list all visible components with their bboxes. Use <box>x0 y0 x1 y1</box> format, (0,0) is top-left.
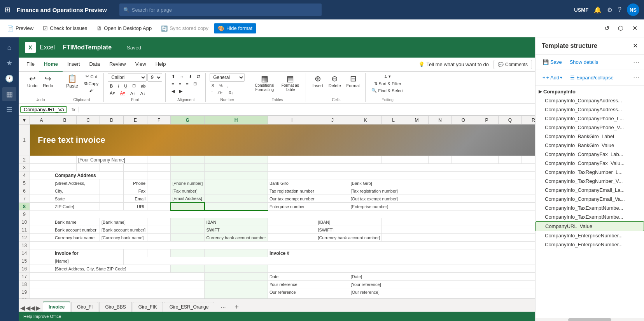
wrap-text-button[interactable]: ⇄ <box>195 73 202 80</box>
col-header-f[interactable]: F <box>147 116 171 125</box>
cell-8f[interactable] <box>147 203 171 210</box>
cell-10j[interactable]: [IBAN] <box>316 218 382 226</box>
cell-3d[interactable] <box>100 164 124 172</box>
sidebar-star-icon[interactable]: ★ <box>2 56 16 70</box>
bell-icon[interactable]: 🔔 <box>594 6 602 14</box>
cell-2c[interactable]: [Your Company Name] <box>77 156 147 164</box>
col-header-c[interactable]: C <box>77 116 100 125</box>
col-header-i[interactable]: I <box>268 116 316 125</box>
cell-2l[interactable] <box>382 156 405 164</box>
font-name-select[interactable]: Calibri <box>108 73 147 82</box>
search-input[interactable] <box>132 7 318 13</box>
sheet-tab-giro-bbs[interactable]: Giro_BBS <box>99 302 131 312</box>
cell-19a[interactable] <box>30 288 205 296</box>
help-icon[interactable]: ? <box>618 6 621 13</box>
cell-15e[interactable] <box>124 257 535 265</box>
sidebar-home-icon[interactable]: ⌂ <box>2 40 16 54</box>
cell-2g[interactable] <box>171 156 205 164</box>
align-bottom-button[interactable]: ⬇ <box>187 73 194 80</box>
cell-14f[interactable] <box>147 249 171 257</box>
cell-2m[interactable] <box>405 156 429 164</box>
col-header-m[interactable]: M <box>405 116 429 125</box>
cell-11g[interactable] <box>171 226 205 234</box>
tree-item-ci-fax-l[interactable]: CompanyInfo_CompanyFax_Lab... <box>536 150 644 159</box>
cell-3f[interactable] <box>147 164 171 172</box>
font-shrink-button[interactable]: A↓ <box>138 90 147 96</box>
cell-10b[interactable]: Bank name <box>53 218 100 226</box>
cell-6a[interactable] <box>30 187 53 195</box>
cell-16a[interactable] <box>30 265 53 273</box>
decimal-inc-button[interactable]: .0↑ <box>215 89 225 96</box>
cell-8e[interactable]: URL <box>124 203 147 210</box>
align-right-button[interactable]: ≡ <box>184 81 190 87</box>
redo-button[interactable]: ↪ Redo <box>40 73 55 89</box>
cell-4i[interactable] <box>268 172 535 179</box>
ribbon-tab-review[interactable]: Review <box>105 58 131 72</box>
cell-7f[interactable] <box>147 195 171 203</box>
avatar[interactable]: NS <box>627 4 639 16</box>
cell-6f[interactable] <box>147 187 171 195</box>
ribbon-tab-view[interactable]: View <box>131 58 151 72</box>
cell-2b[interactable] <box>53 156 77 164</box>
format-button[interactable]: ⊟ Format <box>344 73 362 89</box>
indent-increase-button[interactable]: ▶ <box>177 88 184 95</box>
open-new-icon[interactable]: ⬡ <box>614 22 627 35</box>
tree-item-ci-taxexempt2[interactable]: CompanyInfo_TaxExemptNumbe... <box>536 212 644 221</box>
tree-item-ci-taxexempt1[interactable]: CompanyInfo_TaxExemptNumbe... <box>536 203 644 212</box>
cell-4a[interactable] <box>30 172 53 179</box>
cell-5j[interactable] <box>316 179 349 187</box>
cell-8g-selected[interactable] <box>171 203 205 210</box>
cell-19g[interactable] <box>205 288 268 296</box>
panel-save-button[interactable]: 💾 Save <box>540 58 564 67</box>
panel-show-details-button[interactable]: Show details <box>567 58 601 67</box>
tree-item-company-info[interactable]: ▶ CompanyInfo <box>536 87 644 96</box>
cell-10f[interactable] <box>147 218 171 226</box>
cell-19k[interactable]: [Our reference] <box>349 288 405 296</box>
sidebar-clock-icon[interactable]: 🕐 <box>2 72 16 86</box>
ribbon-tab-data[interactable]: Data <box>85 58 105 72</box>
cell-11f[interactable] <box>147 226 171 234</box>
cell-7j[interactable] <box>316 195 349 203</box>
tree-item-ci-phone-l[interactable]: CompanyInfo_CompanyPhone_L... <box>536 114 644 123</box>
tree-item-ci-addr1[interactable]: CompanyInfo_CompanyAddress... <box>536 96 644 105</box>
col-header-d[interactable]: D <box>100 116 124 125</box>
col-header-n[interactable]: N <box>429 116 452 125</box>
cell-7i[interactable]: Our tax exempt number <box>268 195 316 203</box>
cell-8j[interactable] <box>316 203 349 210</box>
cell-7g[interactable]: [Email Address] <box>171 195 205 203</box>
cell-4b[interactable]: Company Address <box>53 172 124 179</box>
cell-17a[interactable] <box>30 273 205 281</box>
sheet-add-button[interactable]: + <box>232 302 242 312</box>
cell-14g[interactable] <box>171 249 205 257</box>
decimal-dec-button[interactable]: .0↓ <box>226 89 235 96</box>
tree-item-ci-taxreg-l[interactable]: CompanyInfo_TaxRegNumber_L... <box>536 168 644 177</box>
col-header-o[interactable]: O <box>452 116 475 125</box>
cell-16h[interactable] <box>205 265 268 273</box>
cell-8a[interactable] <box>30 203 53 210</box>
cell-13[interactable] <box>30 242 536 249</box>
format-painter-button[interactable]: 🖌 <box>82 87 101 93</box>
cell-18m[interactable] <box>405 281 535 288</box>
fill-color-button[interactable]: A▾ <box>108 90 117 96</box>
format-as-table-button[interactable]: ▤ Format as Table <box>278 73 303 93</box>
col-header-q[interactable]: Q <box>499 116 522 125</box>
cell-2q[interactable] <box>499 156 522 164</box>
cell-5k[interactable]: [Bank Giro] <box>349 179 405 187</box>
cell-8k[interactable]: [Enterprise number] <box>349 203 405 210</box>
cell-5d[interactable] <box>100 179 124 187</box>
cell-11b[interactable]: Bank account number <box>53 226 100 234</box>
cell-2o[interactable] <box>452 156 475 164</box>
cell-10l[interactable] <box>382 218 535 226</box>
copy-button[interactable]: ⧉ Copy <box>82 80 101 87</box>
cell-17j[interactable] <box>316 273 349 281</box>
cell-4g[interactable] <box>171 172 205 179</box>
cell-10h[interactable]: IBAN <box>205 218 268 226</box>
border-button[interactable]: ⊡ <box>130 82 138 89</box>
cell-11d[interactable]: [Bank account number] <box>100 226 147 234</box>
tree-item-ci-entnum2[interactable]: CompanyInfo_EnterpriseNumber... <box>536 240 644 249</box>
col-header-e[interactable]: E <box>124 116 147 125</box>
cell-7b[interactable]: State <box>53 195 100 203</box>
tree-item-ci-taxreg-v[interactable]: CompanyInfo_TaxRegNumber_V... <box>536 177 644 186</box>
cell-3i[interactable] <box>268 164 535 172</box>
cell-4f[interactable] <box>147 172 171 179</box>
